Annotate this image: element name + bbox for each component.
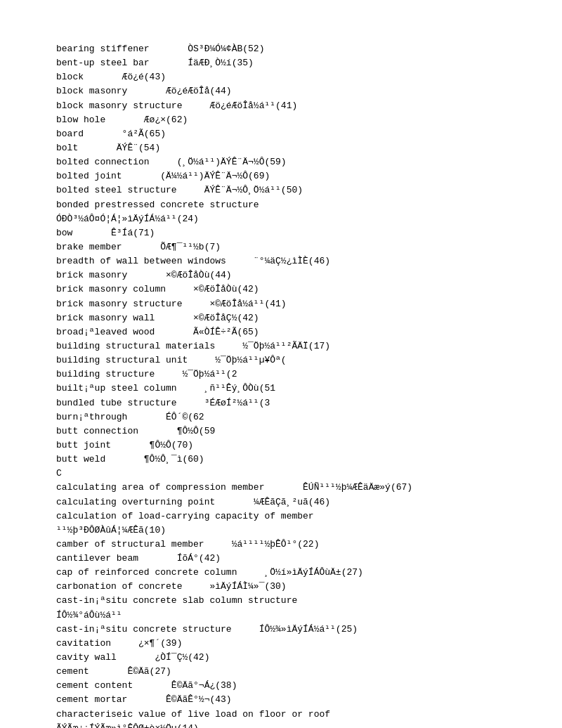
text-line: brick masonry column ×©ÆöÎåÒù(42) [56,282,506,297]
text-line: building structural unit ½¯Öþ½á¹¹µ¥Ôª( [56,353,506,368]
text-line: brick masonry ×©ÆöÎåÒù(44) [56,268,506,282]
text-line: brake member ÕÆ¶¯¹¹½b(7) [56,240,506,254]
text-line: bolted joint (Ä¼½á¹¹)ÄÝÊ¨Ä¬½Ô(69) [56,169,506,183]
text-line: board °á²Ã(65) [56,127,506,141]
text-line: ÍÔ½¾°áÔù½á¹¹ [56,609,506,623]
text-line: bonded prestressed concrete structure [56,198,506,212]
text-line: cantilever beam ÍõÁ°(42) [56,552,506,566]
text-line: block masonry Æö¿éÆöÎå(44) [56,84,506,98]
text-line: characteriseic value of live load on flo… [56,708,506,722]
text-line: breadth of wall between windows ¨°¼äÇ½¿ì… [56,254,506,268]
main-content: bearing stiffener ÒS³Ð¼Ó¼¢ÀB(52)bent-up … [56,42,506,728]
text-line: ¹¹½þ³ÐÔØÀûÁ¦¼ÆÊã(10) [56,524,506,538]
text-line: cast-in¡ªsitu concrete slab column struc… [56,594,506,608]
text-line: carbonation of concrete »ìÄýÍÁÌ¼»¯(30) [56,580,506,594]
text-line: bearing stiffener ÒS³Ð¼Ó¼¢ÀB(52) [56,42,506,56]
text-line: butt joint ¶Ô½Ô(70) [56,438,506,453]
text-line: camber of structural member ½á¹¹¹¹½þÊÔ¹°… [56,538,506,552]
text-line: calculating overturning point ¼ÆÊãÇã¸²uã… [56,495,506,509]
text-line: ÓÐÒ³½áÔ¤Ó¦Á¦»ìÄýÍÁ½á¹¹(24) [56,212,506,226]
text-line: blow hole Æø¿×(62) [56,113,506,127]
text-line: bow Ê³Íá(71) [56,226,506,240]
text-line: ÃÝÃæ¿¡ÍÝÃæ»ì°ÊÔØ±è×¼Öµ(14) [56,722,506,728]
text-line: cast-in¡ªsitu concrete structure ÍÔ½¾»ìÄ… [56,623,506,637]
text-line: brick masonry structure ×©ÆöÎå½á¹¹(41) [56,297,506,311]
text-line: brick masonry wall ×©ÆöÎåÇ½(42) [56,311,506,325]
text-line: cavitation ¿×¶´(39) [56,637,506,651]
text-line: block masonry structure Æö¿éÆöÎå½á¹¹(41) [56,99,506,113]
text-line: broad¡ªleaved wood Ã«ÒÍÊ÷²Ã(65) [56,325,506,339]
text-line: butt weld ¶Ô½Ô¸¯ì(60) [56,453,506,467]
text-line: bundled tube structure ³ÉÆøÍ²½á¹¹(3 [56,396,506,410]
text-line: cement content Ê©Äã°¬Á¿(38) [56,679,506,693]
text-line: built¡ªup steel column ¸ñ¹¹Êý¸ÔÒù(51 [56,382,506,396]
text-line: block Æö¿é(43) [56,70,506,84]
text-line: building structure ½¯Öþ½á¹¹(2 [56,368,506,382]
text-line: cavity wall ¿ÒÍ¯Ç½(42) [56,651,506,665]
text-line: C [56,467,506,481]
text-line: calculation of load-carrying capacity of… [56,509,506,524]
text-line: calculating area of compression member Ê… [56,481,506,495]
text-line: bolted steel structure ÄÝÊ¨Ä¬½Ô¸Ö½á¹¹(50… [56,183,506,197]
text-line: burn¡ªthrough ÉÔ´©(62 [56,410,506,424]
text-line: cement mortar Ê©ÄãÊ°½¬(43) [56,693,506,707]
text-line: building structural materials ½¯Öþ½á¹¹²Ã… [56,339,506,353]
text-line: cement Ê©Äã(27) [56,665,506,679]
text-line: cap of reinforced concrete column ¸Ö½í»ì… [56,566,506,580]
text-line: bolted connection (¸Ö½á¹¹)ÄÝÊ¨Ä¬½Ô(59) [56,155,506,169]
text-line: butt connection ¶Ô½Ô(59 [56,424,506,438]
text-line: bolt ÄÝÊ¨(54) [56,141,506,155]
text-line: bent-up steel bar ÍäÆÐ¸Ò½í(35) [56,56,506,70]
